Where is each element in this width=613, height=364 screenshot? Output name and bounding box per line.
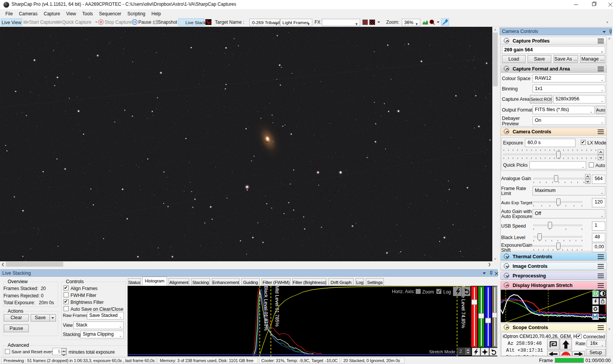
svg-text:2: 2 xyxy=(459,349,462,354)
svg-text:Log: Log xyxy=(443,289,451,295)
svg-text:Stretch Mode: Stretch Mode xyxy=(429,349,455,354)
svg-text:Black Level 01,413%: Black Level 01,413% xyxy=(263,286,269,331)
svg-text:Zoom: Zoom xyxy=(422,289,434,295)
svg-text:NG: NG xyxy=(207,21,211,25)
svg-text:Horiz. Axis:: Horiz. Axis: xyxy=(392,289,415,294)
svg-text:Mid Level 01,785%: Mid Level 01,785% xyxy=(274,286,280,326)
